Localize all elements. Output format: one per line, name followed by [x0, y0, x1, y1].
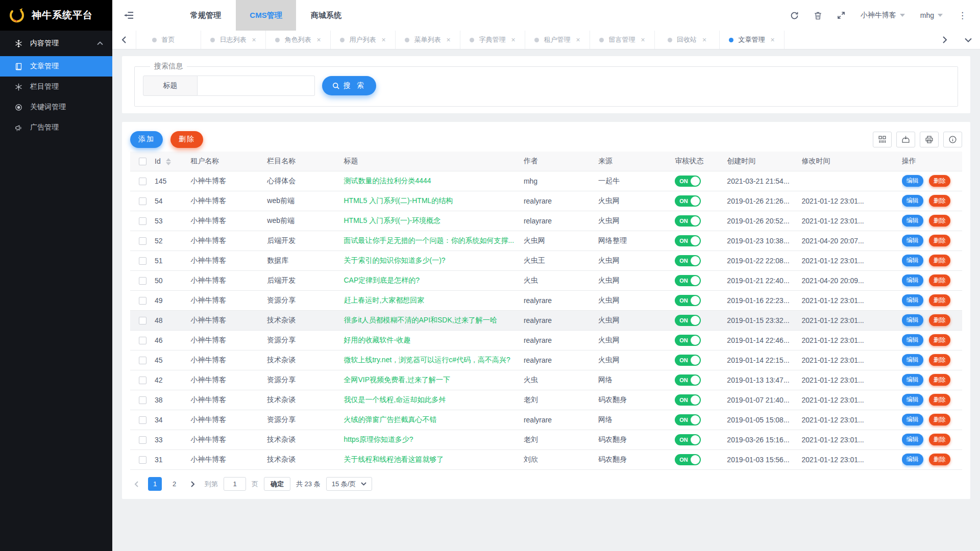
status-toggle[interactable]: ON: [675, 374, 701, 386]
article-title-link[interactable]: 火绒的弹窗广告拦截真心不错: [344, 415, 436, 423]
row-edit-button[interactable]: 编辑: [902, 175, 923, 187]
row-edit-button[interactable]: 编辑: [902, 274, 923, 286]
article-title-link[interactable]: 好用的收藏软件-收趣: [344, 336, 410, 344]
info-icon[interactable]: [943, 132, 962, 147]
article-title-link[interactable]: 很多it人员都模糊不清的API和SDK,过来了解一哈: [344, 316, 497, 324]
goto-confirm-button[interactable]: 确定: [264, 477, 290, 491]
status-toggle[interactable]: ON: [675, 355, 701, 366]
user-dropdown[interactable]: mhg: [920, 11, 943, 19]
row-delete-button[interactable]: 删除: [929, 235, 950, 246]
delete-button[interactable]: 删除: [170, 131, 203, 148]
tab-close-icon[interactable]: ×: [770, 36, 774, 44]
status-toggle[interactable]: ON: [675, 176, 701, 187]
tabs-menu-button[interactable]: [957, 31, 980, 49]
top-nav-item[interactable]: 商城系统: [296, 0, 356, 31]
tab-close-icon[interactable]: ×: [252, 36, 256, 44]
status-toggle[interactable]: ON: [675, 215, 701, 227]
row-delete-button[interactable]: 删除: [929, 215, 950, 227]
row-edit-button[interactable]: 编辑: [902, 314, 923, 326]
status-toggle[interactable]: ON: [675, 414, 701, 425]
sidebar-item[interactable]: 广告管理: [0, 117, 112, 138]
row-checkbox[interactable]: [139, 197, 146, 205]
article-title-link[interactable]: 测试数量的法拉利分类4444: [344, 177, 431, 185]
row-delete-button[interactable]: 删除: [929, 334, 950, 346]
status-toggle[interactable]: ON: [675, 434, 701, 445]
article-title-link[interactable]: 关于线程和线程池看这篇就够了: [344, 455, 444, 463]
search-button[interactable]: 搜 索: [322, 76, 376, 95]
status-toggle[interactable]: ON: [675, 335, 701, 346]
page-number-button[interactable]: 2: [167, 477, 181, 491]
sidebar-collapse-button[interactable]: [112, 0, 145, 31]
article-title-link[interactable]: 微软上线try.net，浏览器可以运行c#代码，高不高兴?: [344, 356, 510, 364]
tab[interactable]: 文章管理 ×: [720, 31, 785, 49]
tabs-scroll-left-button[interactable]: [112, 31, 136, 49]
row-checkbox[interactable]: [139, 277, 146, 285]
prev-page-button[interactable]: [130, 481, 142, 487]
tab-close-icon[interactable]: ×: [511, 36, 515, 44]
row-edit-button[interactable]: 编辑: [902, 354, 923, 366]
status-toggle[interactable]: ON: [675, 275, 701, 286]
tab[interactable]: 角色列表 ×: [266, 31, 331, 49]
status-toggle[interactable]: ON: [675, 235, 701, 246]
tab-close-icon[interactable]: ×: [702, 36, 706, 44]
row-delete-button[interactable]: 删除: [929, 274, 950, 286]
row-delete-button[interactable]: 删除: [929, 294, 950, 306]
tenant-dropdown[interactable]: 小神牛博客: [861, 11, 905, 20]
row-edit-button[interactable]: 编辑: [902, 374, 923, 386]
row-checkbox[interactable]: [139, 456, 146, 464]
row-delete-button[interactable]: 删除: [929, 454, 950, 465]
article-title-link[interactable]: 面试最让你手足无措的一个问题：你的系统如何支撑...: [344, 236, 514, 244]
refresh-icon[interactable]: [790, 11, 799, 20]
sort-icon[interactable]: [166, 158, 171, 165]
tab[interactable]: 字典管理 ×: [460, 31, 525, 49]
row-checkbox[interactable]: [139, 396, 146, 404]
status-toggle[interactable]: ON: [675, 394, 701, 406]
tab-close-icon[interactable]: ×: [316, 36, 321, 44]
row-edit-button[interactable]: 编辑: [902, 414, 923, 425]
row-checkbox[interactable]: [139, 357, 146, 364]
row-edit-button[interactable]: 编辑: [902, 394, 923, 406]
title-search-input[interactable]: [198, 76, 315, 96]
row-checkbox[interactable]: [139, 257, 146, 265]
select-all-checkbox[interactable]: [139, 158, 146, 165]
row-checkbox[interactable]: [139, 436, 146, 444]
row-delete-button[interactable]: 删除: [929, 414, 950, 425]
status-toggle[interactable]: ON: [675, 454, 701, 465]
row-delete-button[interactable]: 删除: [929, 394, 950, 406]
column-header-id[interactable]: Id: [155, 152, 190, 171]
row-delete-button[interactable]: 删除: [929, 255, 950, 266]
row-edit-button[interactable]: 编辑: [902, 235, 923, 246]
add-button[interactable]: 添加: [130, 131, 163, 148]
article-title-link[interactable]: 关于索引的知识你知道多少(一)?: [344, 256, 445, 264]
article-title-link[interactable]: HTML5 入门系列(一)-环境概念: [344, 216, 440, 224]
article-title-link[interactable]: 我仅是一个线程,命运却如此多舛: [344, 395, 446, 404]
sidebar-item[interactable]: 栏目管理: [0, 77, 112, 97]
tab[interactable]: 回收站 ×: [655, 31, 720, 49]
tab[interactable]: 首页 ×: [136, 31, 201, 49]
article-title-link[interactable]: 全网VIP视频免费看,过来了解一下: [344, 375, 450, 384]
article-title-link[interactable]: 赶上春运时,大家都想回家: [344, 296, 424, 304]
row-edit-button[interactable]: 编辑: [902, 334, 923, 346]
tab[interactable]: 菜单列表 ×: [396, 31, 460, 49]
tab-close-icon[interactable]: ×: [576, 36, 580, 44]
tab[interactable]: 用户列表 ×: [331, 31, 396, 49]
status-toggle[interactable]: ON: [675, 315, 701, 326]
sidebar-item[interactable]: 文章管理: [0, 56, 112, 77]
row-edit-button[interactable]: 编辑: [902, 195, 923, 207]
row-edit-button[interactable]: 编辑: [902, 255, 923, 266]
row-edit-button[interactable]: 编辑: [902, 215, 923, 227]
status-toggle[interactable]: ON: [675, 195, 701, 207]
page-size-select[interactable]: 15 条/页: [326, 477, 373, 491]
row-checkbox[interactable]: [139, 237, 146, 245]
tab-close-icon[interactable]: ×: [446, 36, 450, 44]
row-checkbox[interactable]: [139, 337, 146, 344]
row-delete-button[interactable]: 删除: [929, 354, 950, 366]
row-delete-button[interactable]: 删除: [929, 314, 950, 326]
tab-close-icon[interactable]: ×: [641, 36, 645, 44]
fullscreen-icon[interactable]: [837, 11, 845, 19]
top-nav-item[interactable]: 常规管理: [176, 0, 236, 31]
row-checkbox[interactable]: [139, 297, 146, 305]
row-checkbox[interactable]: [139, 416, 146, 424]
row-checkbox[interactable]: [139, 377, 146, 384]
row-edit-button[interactable]: 编辑: [902, 434, 923, 445]
